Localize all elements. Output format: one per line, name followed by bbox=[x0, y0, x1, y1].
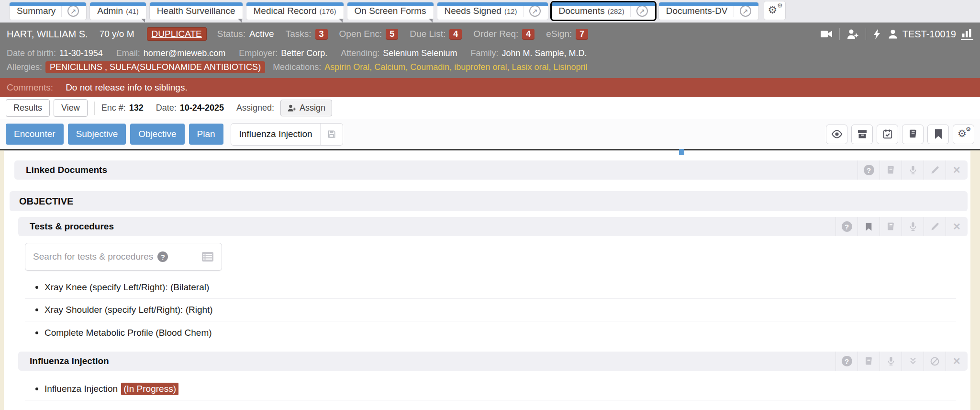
esign-count-badge[interactable]: 7 bbox=[576, 29, 588, 40]
medication-link[interactable]: Lisinopril bbox=[553, 62, 587, 72]
influenza-order-item: Influenza Injection (In Progress) bbox=[25, 377, 956, 400]
tab-on-screen-forms[interactable]: On Screen Forms bbox=[347, 2, 434, 20]
bookmark-button[interactable] bbox=[927, 125, 949, 144]
tab-health-surveillance[interactable]: Health Surveillance bbox=[150, 2, 243, 20]
open-enc-count-badge[interactable]: 5 bbox=[386, 29, 398, 40]
save-note-title-button[interactable] bbox=[320, 124, 343, 145]
note-title-input[interactable]: Influenza Injection bbox=[231, 123, 343, 146]
order-req-label: Order Req: bbox=[473, 29, 518, 39]
view-button[interactable]: View bbox=[54, 99, 88, 117]
logged-in-user-id[interactable]: TEST-10019 bbox=[902, 29, 956, 40]
tab-popout[interactable]: ↗ bbox=[61, 5, 79, 17]
tab-settings-button[interactable]: ⚙ ⚙ bbox=[764, 1, 785, 20]
help-button[interactable]: ? bbox=[835, 352, 858, 371]
bar-chart-icon[interactable] bbox=[961, 28, 973, 40]
remove-section-button[interactable]: ✕ bbox=[946, 352, 968, 371]
enc-number-label: Enc #: bbox=[101, 103, 126, 113]
chart-book-button[interactable] bbox=[902, 125, 924, 144]
chart-book-button[interactable] bbox=[880, 160, 902, 180]
dropdown-corner-icon[interactable] bbox=[339, 19, 343, 23]
tests-procedures-search-input[interactable]: Search for tests & procedures ? bbox=[25, 243, 222, 271]
chart-book-button[interactable] bbox=[858, 352, 880, 371]
subjective-nav-button[interactable]: Subjective bbox=[68, 124, 126, 145]
add-user-icon[interactable] bbox=[846, 28, 859, 40]
dob-value: 11-30-1954 bbox=[59, 48, 103, 58]
expand-button[interactable] bbox=[902, 352, 924, 371]
tab-popout[interactable]: ↗ bbox=[734, 5, 751, 17]
external-link-icon: ↗ bbox=[529, 5, 541, 17]
dictate-button[interactable] bbox=[880, 352, 902, 371]
medication-link[interactable]: Calcium bbox=[374, 62, 405, 72]
question-icon: ? bbox=[864, 165, 874, 175]
plan-nav-button[interactable]: Plan bbox=[189, 124, 223, 145]
medication-link[interactable]: Lasix oral bbox=[512, 62, 548, 72]
duplicate-badge[interactable]: DUPLICATE bbox=[147, 27, 207, 41]
section-title: Tests & procedures bbox=[18, 221, 114, 232]
remove-section-button[interactable]: ✕ bbox=[946, 160, 968, 180]
tab-popout[interactable]: ↗ bbox=[523, 5, 541, 17]
encounter-nav-button[interactable]: Encounter bbox=[6, 124, 64, 145]
bookmark-icon bbox=[934, 129, 943, 139]
medication-link[interactable]: ibuprofen oral bbox=[454, 62, 507, 72]
order-status-badge[interactable]: (In Progress) bbox=[121, 383, 178, 395]
assign-button-label: Assign bbox=[300, 103, 325, 113]
medications-list: Aspirin Oral, Calcium, Coumadin, ibuprof… bbox=[324, 62, 587, 72]
dropdown-corner-icon[interactable] bbox=[238, 19, 242, 23]
bookmark-button[interactable] bbox=[858, 217, 880, 236]
dropdown-corner-icon[interactable] bbox=[141, 19, 145, 23]
help-button[interactable]: ? bbox=[835, 217, 858, 236]
objective-nav-button[interactable]: Objective bbox=[130, 124, 184, 145]
user-icon[interactable] bbox=[887, 28, 899, 40]
tab-admin[interactable]: Admin (41) bbox=[90, 2, 146, 20]
medication-link[interactable]: Coumadin bbox=[410, 62, 449, 72]
bookmark-icon bbox=[865, 222, 872, 231]
tab-summary[interactable]: Summary ↗ bbox=[10, 2, 86, 20]
book-icon bbox=[864, 356, 874, 366]
scrollbar-thumb[interactable] bbox=[679, 149, 684, 155]
medication-link[interactable]: Aspirin Oral bbox=[324, 62, 369, 72]
note-settings-button[interactable]: ⚙ ⚙ bbox=[953, 125, 974, 144]
cancel-order-button[interactable] bbox=[924, 352, 946, 371]
tab-documents[interactable]: Documents (282) ↗ bbox=[552, 2, 655, 20]
remove-section-button[interactable]: ✕ bbox=[946, 217, 968, 236]
results-button[interactable]: Results bbox=[6, 99, 50, 117]
dictate-button[interactable] bbox=[902, 217, 924, 236]
status-value: Active bbox=[249, 29, 274, 39]
tab-label: Medical Record bbox=[254, 6, 317, 16]
external-link-icon: ↗ bbox=[740, 5, 751, 17]
book-icon bbox=[886, 165, 896, 175]
chart-book-button[interactable] bbox=[880, 217, 902, 236]
schedule-button[interactable] bbox=[877, 125, 898, 144]
edit-button[interactable] bbox=[924, 160, 946, 180]
edit-button[interactable] bbox=[924, 217, 946, 236]
patient-demographics: Date of birth: 11-30-1954 Email: horner@… bbox=[0, 46, 980, 78]
tab-popout[interactable]: ↗ bbox=[630, 5, 648, 17]
assign-button[interactable]: Assign bbox=[280, 100, 332, 116]
order-req-count-badge[interactable]: 4 bbox=[522, 29, 535, 40]
archive-button[interactable] bbox=[851, 125, 873, 144]
view-mode-button[interactable] bbox=[826, 125, 847, 144]
tasks-count-badge[interactable]: 3 bbox=[315, 29, 328, 40]
microphone-icon bbox=[887, 356, 895, 366]
procedure-item: Complete Metabolic Profile (Blood Chem) bbox=[25, 321, 956, 344]
browse-list-button[interactable] bbox=[201, 251, 214, 262]
dictate-button[interactable] bbox=[902, 160, 924, 180]
tab-needs-signed[interactable]: Needs Signed (12) ↗ bbox=[437, 2, 548, 20]
encounter-toolbar: Results View Enc #: 132 Date: 10-24-2025… bbox=[0, 97, 980, 119]
family-value: John M. Sample, M.D. bbox=[501, 48, 587, 58]
video-call-icon[interactable] bbox=[820, 29, 833, 39]
tab-label: Documents bbox=[559, 6, 605, 16]
tab-documents-dv[interactable]: Documents-DV ↗ bbox=[659, 2, 758, 20]
tab-medical-record[interactable]: Medical Record (176) bbox=[246, 2, 344, 20]
quick-action-bolt-icon[interactable] bbox=[873, 28, 881, 40]
status-label: Status: bbox=[217, 29, 245, 39]
book-icon bbox=[908, 129, 918, 139]
help-button[interactable]: ? bbox=[858, 160, 880, 180]
allergies-badge[interactable]: PENICILLINS , SULFA(SULFONAMIDE ANTIBIOT… bbox=[45, 61, 265, 73]
due-list-count-badge[interactable]: 4 bbox=[449, 29, 462, 40]
dropdown-corner-icon[interactable] bbox=[429, 19, 433, 23]
comments-bar: Comments: Do not release info to sibling… bbox=[0, 78, 980, 97]
open-enc-label: Open Enc: bbox=[339, 29, 382, 39]
list-separator: , bbox=[369, 62, 374, 72]
comments-label: Comments: bbox=[7, 82, 53, 93]
